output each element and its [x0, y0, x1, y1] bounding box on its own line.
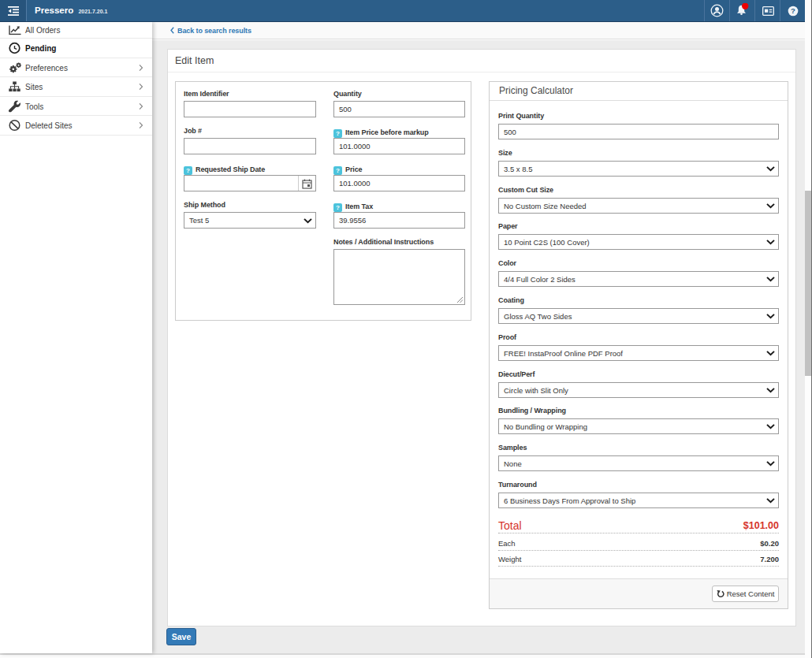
svg-text:?: ?	[791, 6, 795, 15]
